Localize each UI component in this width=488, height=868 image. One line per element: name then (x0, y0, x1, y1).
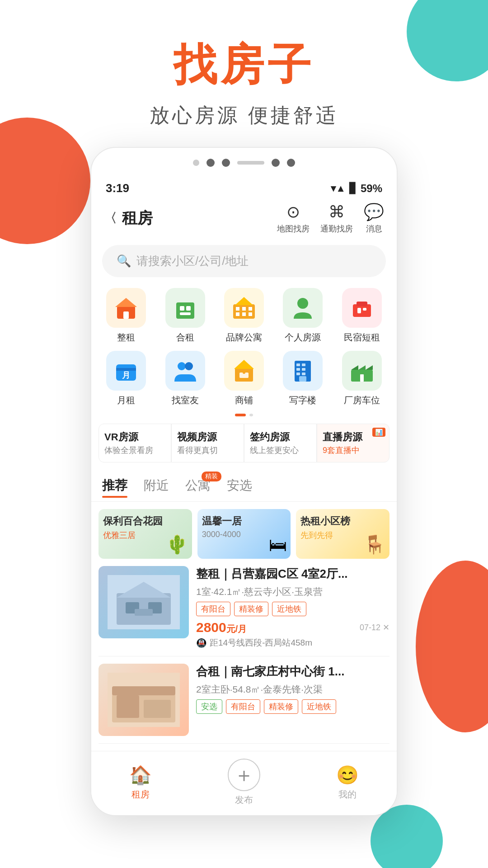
listing-img-1 (99, 566, 189, 638)
svg-rect-41 (360, 374, 364, 382)
zhenzu-icon (106, 288, 146, 328)
category-personal[interactable]: 个人房源 (275, 288, 330, 344)
svg-rect-46 (135, 609, 153, 616)
brand-icon (224, 288, 264, 328)
mine-label: 我的 (338, 788, 357, 801)
rent-icon: 🏠 (129, 764, 152, 786)
publish-button[interactable]: ＋ (228, 759, 260, 791)
tab-nearby[interactable]: 附近 (144, 477, 169, 498)
promo-decoration-2: 🛏 (269, 535, 287, 555)
listing-card-1[interactable]: 整租｜吕营嘉园C区 4室2厅... 1室·42.1㎡·慈云寺小区·玉泉营 有阳台… (99, 566, 389, 656)
listing-info-1: 整租｜吕营嘉园C区 4室2厅... 1室·42.1㎡·慈云寺小区·玉泉营 有阳台… (196, 566, 389, 649)
publish-label: 发布 (235, 794, 253, 806)
svg-point-23 (178, 362, 186, 370)
search-bar[interactable]: 🔍 请搜索小区/公司/地址 (102, 245, 386, 277)
map-find-button[interactable]: ⊙ 地图找房 (277, 203, 310, 234)
svg-rect-19 (363, 308, 366, 311)
category-zhenzu[interactable]: 整租 (99, 288, 154, 344)
svg-rect-18 (357, 308, 361, 313)
bottom-nav-rent[interactable]: 🏠 租房 (129, 764, 152, 801)
listing-tags-2: 安选 有阳台 精装修 近地铁 (196, 699, 389, 714)
bottom-nav-publish[interactable]: ＋ 发布 (228, 759, 260, 806)
svg-rect-3 (176, 302, 194, 319)
metro-icon: 🚇 (196, 638, 207, 648)
shortrent-icon (342, 288, 382, 328)
svg-rect-2 (123, 311, 129, 319)
map-label: 地图找房 (277, 223, 310, 234)
factory-label: 厂房车位 (344, 394, 380, 406)
sign-sub: 线上签更安心 (250, 445, 311, 456)
office-label: 写字楼 (289, 394, 316, 406)
message-icon: 💬 (364, 203, 384, 222)
vr-feature-banner[interactable]: VR房源 体验全景看房 (99, 424, 171, 462)
category-shortrent[interactable]: 民宿短租 (334, 288, 389, 344)
svg-rect-8 (236, 307, 239, 311)
video-feature-banner[interactable]: 视频房源 看得更真切 (171, 424, 244, 462)
category-shop[interactable]: 商铺 (216, 351, 272, 406)
listing-card-2[interactable]: 合租｜南七家庄村中心街 1... 2室主卧·54.8㎡·金泰先锋·次渠 安选 有… (99, 664, 389, 744)
listing-img-2 (99, 664, 189, 736)
tab-apartment[interactable]: 公寓 精装 (185, 477, 211, 498)
sign-title: 签约房源 (250, 430, 311, 444)
listing-title-1: 整租｜吕营嘉园C区 4室2厅... (196, 566, 389, 582)
category-grid-row1: 整租 合租 品牌公寓 个人房源 (91, 284, 397, 347)
promo-card-1[interactable]: 保利百合花园 优雅三居 🌵 (99, 509, 192, 559)
svg-rect-50 (117, 695, 139, 718)
svg-rect-7 (233, 304, 255, 319)
search-icon: 🔍 (117, 254, 131, 268)
nav-left[interactable]: 〈 租房 (104, 208, 153, 229)
page-dot-active (235, 414, 246, 416)
category-hezu[interactable]: 合租 (157, 288, 212, 344)
dot-3-active (222, 159, 230, 167)
svg-marker-14 (235, 297, 253, 305)
category-brand[interactable]: 品牌公寓 (216, 288, 272, 344)
svg-rect-12 (242, 312, 246, 316)
svg-marker-40 (366, 365, 373, 370)
video-sub: 看得更真切 (177, 445, 238, 456)
back-arrow-icon[interactable]: 〈 (104, 210, 117, 227)
nav-right: ⊙ 地图找房 ⌘ 通勤找房 💬 消息 (277, 203, 384, 234)
brand-label: 品牌公寓 (226, 331, 262, 344)
office-icon (283, 351, 323, 391)
category-factory[interactable]: 厂房车位 (334, 351, 389, 406)
search-placeholder-text: 请搜索小区/公司/地址 (136, 253, 249, 269)
svg-rect-5 (186, 306, 191, 311)
promo-decoration-3: 🪑 (363, 534, 386, 555)
dot-5-active (287, 159, 295, 167)
wifi-icon: ▾▲ (331, 183, 346, 194)
shortrent-label: 民宿短租 (344, 331, 380, 344)
tag-metro: 近地铁 (272, 602, 306, 616)
tag-balcony: 有阳台 (196, 602, 230, 616)
svg-rect-35 (302, 373, 305, 375)
tag-balcony2: 有阳台 (226, 699, 260, 714)
svg-point-28 (243, 371, 245, 374)
category-monthly[interactable]: 月 月租 (99, 351, 154, 406)
svg-rect-17 (357, 302, 367, 306)
sign-feature-banner[interactable]: 签约房源 线上签更安心 (244, 424, 317, 462)
commute-find-button[interactable]: ⌘ 通勤找房 (320, 203, 353, 234)
shop-icon (224, 351, 264, 391)
apartment-badge: 精装 (202, 472, 221, 481)
zhenzu-label: 整租 (117, 331, 135, 344)
phone-mockup: 3:19 ▾▲ ▊ 59% 〈 租房 ⊙ 地图找房 ⌘ 通勤找房 (90, 147, 398, 816)
tab-recommend[interactable]: 推荐 (102, 477, 127, 498)
listing-metro-1: 🚇 距14号线西段-西局站458m (196, 637, 389, 649)
live-feature-banner[interactable]: 📊 直播房源 9套直播中 (317, 424, 389, 462)
commute-icon: ⌘ (328, 203, 345, 222)
message-button[interactable]: 💬 消息 (364, 203, 384, 234)
bottom-nav-mine[interactable]: 😊 我的 (336, 764, 359, 801)
promo-card-3[interactable]: 热租小区榜 先到先得 🪑 (296, 509, 389, 559)
hero-section: 找房子 放心房源 便捷舒适 (0, 0, 488, 147)
promo-card-2[interactable]: 温馨一居 3000-4000 🛏 (197, 509, 291, 559)
personal-label: 个人房源 (285, 331, 321, 344)
svg-marker-1 (115, 298, 137, 307)
top-nav: 〈 租房 ⊙ 地图找房 ⌘ 通勤找房 💬 消息 (91, 199, 397, 241)
status-bar: 3:19 ▾▲ ▊ 59% (91, 174, 397, 199)
tab-selected[interactable]: 安选 (227, 477, 252, 498)
svg-point-15 (297, 298, 308, 309)
category-office[interactable]: 写字楼 (275, 351, 330, 406)
dot-line (237, 161, 264, 165)
category-roommate[interactable]: 找室友 (157, 351, 212, 406)
svg-rect-51 (144, 700, 171, 718)
page-indicator (91, 410, 397, 420)
